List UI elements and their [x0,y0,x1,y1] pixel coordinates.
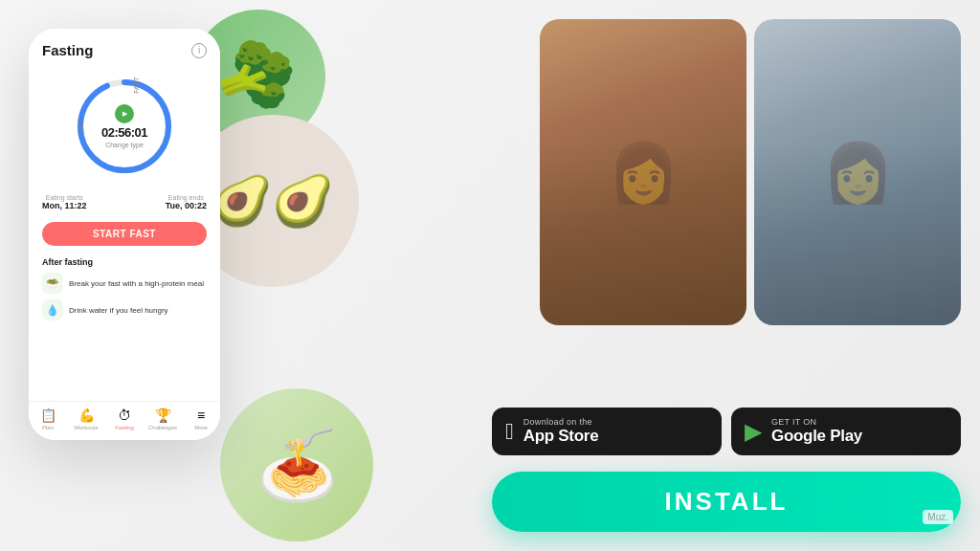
more-icon: ≡ [197,408,205,423]
google-play-text: GET IT ON Google Play [771,417,862,446]
after-fasting-section: After fasting 🥗 Break your fast with a h… [29,250,220,330]
phone-nav: 📋 Plan 💪 Workouts ⏱ Fasting 🏆 Challenges… [29,401,220,440]
app-store-text: Download on the App Store [523,417,599,446]
nav-more[interactable]: ≡ More [182,408,220,430]
eating-start-label: Eating starts [42,194,87,201]
plan-icon: 📋 [40,408,56,423]
nav-plan-label: Plan [42,425,54,430]
app-store-button[interactable]:  Download on the App Store [492,408,722,455]
google-play-button[interactable]: ▶ GET IT ON Google Play [731,408,961,455]
phone-header: Fasting i [29,29,220,66]
fasting-tip-1-text: Break your fast with a high-protein meal [69,279,204,288]
timer-section: EAT FAST 02:56:01 Change type [29,66,220,187]
nav-fasting-label: Fasting [115,425,134,430]
info-icon: i [191,43,207,58]
fasting-tip-2: 💧 Drink water if you feel hungry [42,299,207,320]
eating-end: Eating ends Tue, 00:22 [166,194,207,210]
play-icon: ▶ [745,418,762,445]
photos-container: 👩 👩 [540,19,961,325]
timer-circle: EAT FAST 02:56:01 Change type [72,74,177,179]
workouts-icon: 💪 [78,408,95,423]
timer-change-type[interactable]: Change type [101,142,147,148]
app-store-name: App Store [523,427,599,446]
nav-workouts-label: Workouts [74,425,98,430]
eating-start-value: Mon, 11:22 [42,201,87,210]
fasting-tip-2-text: Drink water if you feel hungry [69,306,168,315]
nav-challenges[interactable]: 🏆 Challenges [144,408,182,430]
timer-center: 02:56:01 Change type [101,104,147,148]
start-fast-button[interactable]: START FAST [42,222,207,246]
svg-text:EAT: EAT [78,120,84,133]
challenges-icon: 🏆 [155,408,171,423]
apple-icon:  [505,418,514,445]
fasting-tip-2-icon: 💧 [42,299,63,320]
google-play-name: Google Play [771,427,862,446]
app-store-subtitle: Download on the [523,417,599,427]
fasting-icon: ⏱ [118,408,131,423]
fasting-tip-1-icon: 🥗 [42,273,63,294]
timer-time: 02:56:01 [101,125,147,140]
after-fasting-title: After fasting [42,257,207,267]
timer-play-dot[interactable] [115,104,134,123]
left-section: 🥑 Fasting i EAT FAST [0,0,459,551]
photo-gradient-2 [754,19,961,325]
store-buttons:  Download on the App Store ▶ GET IT ON … [492,408,961,455]
fasting-tip-1: 🥗 Break your fast with a high-protein me… [42,273,207,294]
photo-card-woman-2: 👩 [754,19,961,325]
nav-workouts[interactable]: 💪 Workouts [67,408,105,430]
food-circle-pasta [220,388,373,541]
eating-end-value: Tue, 00:22 [166,201,207,210]
muz-badge: Muz. [923,510,953,524]
eating-times: Eating starts Mon, 11:22 Eating ends Tue… [29,187,220,218]
photo-gradient-1 [540,19,746,325]
phone-screen: Fasting i EAT FAST 02:56:01 [29,29,220,440]
eating-start: Eating starts Mon, 11:22 [42,194,87,210]
install-button[interactable]: INSTALL [492,472,961,532]
nav-more-label: More [194,425,208,430]
install-label: INSTALL [665,487,789,516]
svg-text:FAST: FAST [133,77,140,94]
phone-mockup: Fasting i EAT FAST 02:56:01 [29,29,220,440]
nav-fasting[interactable]: ⏱ Fasting [105,408,144,430]
nav-plan[interactable]: 📋 Plan [29,408,67,430]
right-section: 👩 👩  Download on the App Store ▶ GET IT… [463,0,980,551]
phone-screen-title: Fasting [42,42,93,58]
nav-challenges-label: Challenges [148,425,177,430]
google-play-subtitle: GET IT ON [771,417,862,427]
eating-end-label: Eating ends [166,194,207,201]
photo-card-woman-1: 👩 [540,19,746,325]
